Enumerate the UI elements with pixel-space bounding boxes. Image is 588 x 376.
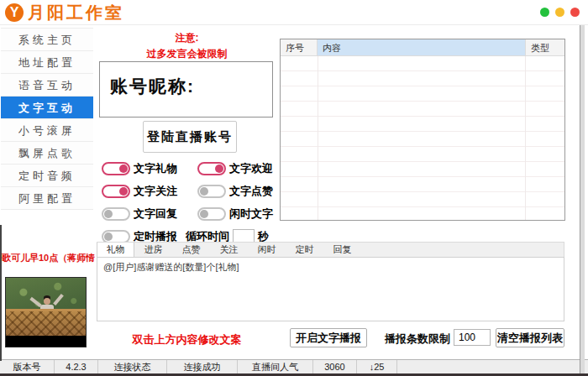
minimize-traffic-light[interactable] bbox=[540, 8, 549, 17]
template-tabs: 礼物 进房 点赞 关注 闲时 定时 回复 bbox=[97, 242, 564, 257]
clear-broadcast-list-button[interactable]: 清空播报列表 bbox=[496, 328, 564, 347]
tab-enter-room[interactable]: 进房 bbox=[134, 243, 172, 257]
statusbar-spacer bbox=[397, 360, 588, 373]
notice-title: 注意: bbox=[97, 31, 277, 45]
maximize-traffic-light[interactable] bbox=[555, 8, 564, 17]
toggle-text-welcome-label: 文字欢迎 bbox=[229, 161, 273, 176]
tab-gift[interactable]: 礼物 bbox=[97, 243, 134, 257]
toggle-text-welcome[interactable] bbox=[197, 162, 226, 175]
toggle-text-gift[interactable] bbox=[102, 162, 130, 175]
video-letterbox-bar bbox=[6, 336, 86, 347]
toggle-idle-text-label: 闲时文字 bbox=[229, 206, 273, 222]
table-header-index[interactable]: 序号 bbox=[281, 39, 318, 55]
table-header-row: 序号 内容 类型 bbox=[281, 39, 564, 56]
table-body-empty bbox=[281, 56, 564, 220]
toggle-text-follow[interactable] bbox=[102, 185, 130, 198]
sidebar-menu: 系统主页 地址配置 语音互动 文字互动 小号滚屏 飘屏点歌 定时音频 阿里配置 bbox=[1, 28, 93, 210]
tab-timed[interactable]: 定时 bbox=[286, 243, 323, 257]
nickname-label: 账号昵称: bbox=[110, 75, 272, 98]
sidebar-item-voice-interaction[interactable]: 语音互动 bbox=[1, 74, 93, 97]
template-editor[interactable]: @[用户]感谢赠送的[数量]个[礼物] bbox=[97, 257, 564, 321]
person-arm-right bbox=[53, 294, 64, 306]
start-text-broadcast-button[interactable]: 开启文字播报 bbox=[290, 328, 367, 347]
version-label: 版本号 bbox=[0, 360, 55, 373]
broadcast-limit-label: 播报条数限制 bbox=[385, 332, 450, 347]
video-photo bbox=[6, 278, 86, 336]
right-scrollbar-strip[interactable] bbox=[580, 25, 585, 373]
toggle-text-gift-label: 文字礼物 bbox=[134, 161, 177, 176]
toggle-text-like-label: 文字点赞 bbox=[229, 184, 273, 199]
toggle-text-reply-label: 文字回复 bbox=[134, 206, 177, 222]
popularity-value: 3060 bbox=[313, 360, 357, 373]
broadcast-limit-input[interactable] bbox=[454, 329, 491, 346]
sidebar-item-system-home[interactable]: 系统主页 bbox=[1, 29, 93, 51]
sidebar-item-address-config[interactable]: 地址配置 bbox=[1, 51, 93, 74]
sidebar-item-alt-scroll[interactable]: 小号滚屏 bbox=[1, 119, 93, 142]
sidebar-item-ali-config[interactable]: 阿里配置 bbox=[1, 187, 93, 210]
popularity-label: 直播间人气 bbox=[238, 360, 313, 373]
app-title: 月阳工作室 bbox=[28, 2, 124, 24]
video-thumbnail[interactable] bbox=[5, 277, 87, 347]
sidebar-item-float-song[interactable]: 飘屏点歌 bbox=[1, 142, 93, 164]
left-edge-strip bbox=[0, 225, 2, 361]
toggle-text-like[interactable] bbox=[197, 185, 226, 198]
toggle-text-reply[interactable] bbox=[102, 207, 130, 221]
broadcast-queue-table[interactable]: 序号 内容 类型 bbox=[280, 39, 565, 221]
connection-status: 连接成功 bbox=[167, 360, 238, 373]
sidebar-item-timed-audio[interactable]: 定时音频 bbox=[1, 164, 93, 187]
popularity-delta: ↓25 bbox=[357, 360, 397, 373]
edit-hint: 双击上方内容修改文案 bbox=[97, 332, 277, 347]
tab-idle[interactable]: 闲时 bbox=[248, 243, 286, 257]
tab-like[interactable]: 点赞 bbox=[172, 243, 210, 257]
table-header-content[interactable]: 内容 bbox=[318, 39, 526, 55]
table-column-divider bbox=[318, 56, 318, 220]
notice-warning: 过多发言会被限制 bbox=[97, 47, 277, 61]
fence-lattice bbox=[6, 309, 86, 336]
tab-follow[interactable]: 关注 bbox=[210, 243, 248, 257]
version-value: 4.2.3 bbox=[55, 360, 98, 373]
login-live-account-button[interactable]: 登陆直播账号 bbox=[143, 121, 237, 153]
person-head bbox=[44, 298, 50, 305]
promo-text: 歌可儿早10点（蒋师情感小 bbox=[2, 252, 95, 264]
app-logo-icon: Y bbox=[5, 3, 24, 22]
toggle-text-follow-label: 文字关注 bbox=[134, 184, 177, 199]
close-traffic-light[interactable] bbox=[570, 8, 580, 17]
sidebar-item-text-interaction[interactable]: 文字互动 bbox=[1, 97, 93, 119]
table-column-divider bbox=[525, 56, 526, 220]
tab-reply[interactable]: 回复 bbox=[323, 243, 361, 257]
nickname-box: 账号昵称: bbox=[99, 61, 273, 118]
app-window: Y 月阳工作室 系统主页 地址配置 语音互动 文字互动 小号滚屏 飘屏点歌 定时… bbox=[0, 0, 588, 376]
window-titlebar: Y 月阳工作室 bbox=[0, 0, 588, 25]
connection-label: 连接状态 bbox=[98, 360, 167, 373]
toggle-idle-text[interactable] bbox=[197, 207, 226, 221]
toggle-grid: 文字礼物 文字欢迎 文字关注 文字点赞 文字回复 闲时文字 定时播报 循环时间 bbox=[102, 157, 280, 248]
table-header-type[interactable]: 类型 bbox=[526, 39, 564, 55]
status-bar: 版本号 4.2.3 连接状态 连接成功 直播间人气 3060 ↓25 bbox=[0, 359, 588, 373]
